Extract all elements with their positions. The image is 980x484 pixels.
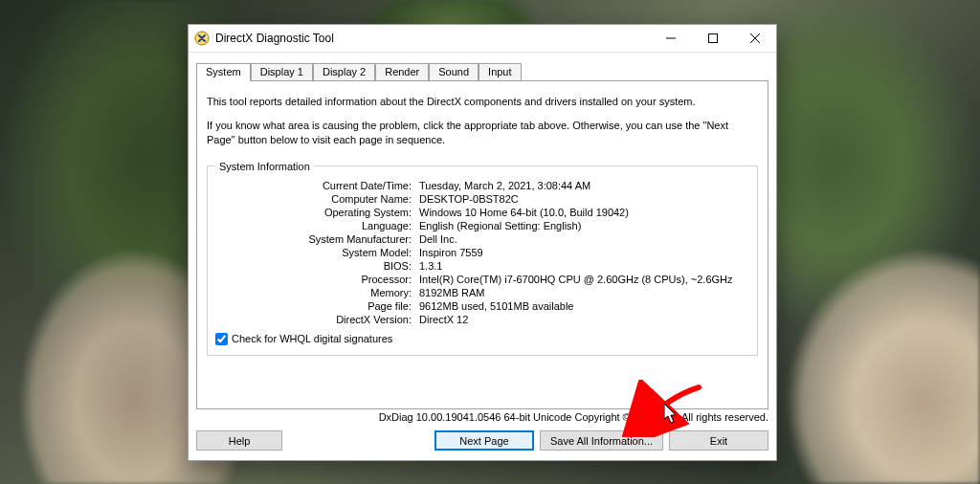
value-dxver: DirectX 12 <box>419 314 749 325</box>
value-manu: Dell Inc. <box>419 233 749 245</box>
label-dxver: DirectX Version: <box>215 314 412 325</box>
titlebar[interactable]: DirectX Diagnostic Tool <box>189 25 776 53</box>
intro-text: This tool reports detailed information a… <box>207 91 758 157</box>
label-processor: Processor: <box>215 274 412 285</box>
tab-sound[interactable]: Sound <box>429 63 479 80</box>
value-bios: 1.3.1 <box>419 260 749 272</box>
system-information-legend: System Information <box>215 161 314 172</box>
tab-display1[interactable]: Display 1 <box>251 63 313 80</box>
exit-button[interactable]: Exit <box>669 430 768 451</box>
label-language: Language: <box>215 220 412 231</box>
tab-render[interactable]: Render <box>375 63 429 80</box>
label-manu: System Manufacturer: <box>215 233 412 245</box>
label-memory: Memory: <box>215 287 412 298</box>
tabstrip: System Display 1 Display 2 Render Sound … <box>196 61 768 81</box>
save-all-information-button[interactable]: Save All Information... <box>540 430 663 451</box>
label-bios: BIOS: <box>215 260 412 272</box>
value-memory: 8192MB RAM <box>419 287 749 298</box>
tab-display2[interactable]: Display 2 <box>313 63 375 80</box>
tab-input[interactable]: Input <box>479 63 521 80</box>
value-processor: Intel(R) Core(TM) i7-6700HQ CPU @ 2.60GH… <box>419 274 749 285</box>
minimize-button[interactable] <box>650 25 692 52</box>
whql-label[interactable]: Check for WHQL digital signatures <box>232 333 392 344</box>
tab-panel-system: This tool reports detailed information a… <box>196 81 768 409</box>
svg-rect-1 <box>709 34 718 43</box>
label-model: System Model: <box>215 247 412 258</box>
label-pagefile: Page file: <box>215 300 412 312</box>
value-computer: DESKTOP-0BST82C <box>419 193 749 205</box>
label-computer: Computer Name: <box>215 193 412 205</box>
value-language: English (Regional Setting: English) <box>419 220 749 231</box>
intro-line2: If you know what area is causing the pro… <box>207 119 758 147</box>
tab-system[interactable]: System <box>196 63 251 81</box>
whql-checkbox[interactable] <box>215 333 228 345</box>
dxdiag-window: DirectX Diagnostic Tool System Display 1… <box>188 24 777 461</box>
value-pagefile: 9612MB used, 5101MB available <box>419 300 749 312</box>
system-information-group: System Information Current Date/Time: Tu… <box>207 161 758 356</box>
next-page-button[interactable]: Next Page <box>434 430 534 451</box>
version-line: DxDiag 10.00.19041.0546 64-bit Unicode C… <box>196 411 768 423</box>
help-button[interactable]: Help <box>196 430 282 451</box>
dxdiag-icon <box>194 31 210 46</box>
window-title: DirectX Diagnostic Tool <box>215 32 334 45</box>
desktop-background: DirectX Diagnostic Tool System Display 1… <box>0 0 980 484</box>
intro-line1: This tool reports detailed information a… <box>207 95 758 109</box>
label-os: Operating System: <box>215 207 412 218</box>
button-row: Help Next Page Save All Information... E… <box>189 423 776 460</box>
value-model: Inspiron 7559 <box>419 247 749 258</box>
value-datetime: Tuesday, March 2, 2021, 3:08:44 AM <box>419 180 749 191</box>
value-os: Windows 10 Home 64-bit (10.0, Build 1904… <box>419 207 749 218</box>
maximize-button[interactable] <box>692 25 734 52</box>
label-datetime: Current Date/Time: <box>215 180 412 191</box>
close-button[interactable] <box>734 25 776 52</box>
